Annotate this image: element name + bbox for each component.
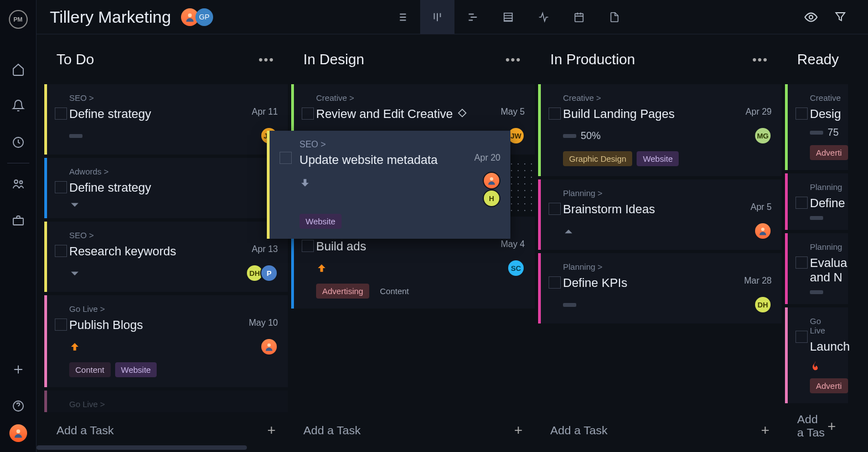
task-avatars: DH <box>757 296 772 314</box>
task-avatars: MG <box>757 127 772 145</box>
dragging-card[interactable]: SEO > Update website metadata Apr 20 H W… <box>267 131 510 239</box>
task-checkbox[interactable] <box>55 245 67 257</box>
add-task-button[interactable]: Add a Task+ <box>538 414 782 446</box>
task-checkbox[interactable] <box>795 256 808 269</box>
task-card[interactable]: Adwords >Define strategy <box>44 158 288 218</box>
task-checkbox[interactable] <box>55 181 67 193</box>
assignee-avatar[interactable]: DH <box>754 296 772 314</box>
assignee-avatar[interactable] <box>754 222 772 240</box>
task-card[interactable]: PlanningEvalua and N <box>785 233 848 304</box>
add-task-button[interactable]: Add a Task+ <box>44 414 288 446</box>
view-calendar-icon[interactable] <box>562 0 596 34</box>
svg-point-11 <box>761 228 764 231</box>
assignee-avatar[interactable] <box>483 172 500 189</box>
task-checkbox[interactable] <box>795 331 808 343</box>
task-card[interactable]: Creative >Build Landing PagesApr 2950%MG… <box>538 84 782 176</box>
nav-bell-icon[interactable] <box>0 88 37 124</box>
task-category: SEO > <box>299 140 500 150</box>
task-category: SEO > <box>69 230 278 240</box>
task-card[interactable]: PlanningDefine <box>785 173 848 230</box>
task-card[interactable]: Go Live >ContractsMay 9 <box>44 391 288 412</box>
nav-clock-icon[interactable] <box>0 124 37 161</box>
task-checkbox[interactable] <box>55 319 67 331</box>
task-checkbox[interactable] <box>549 203 561 215</box>
priority-indicator <box>810 290 823 294</box>
svg-point-10 <box>267 343 271 347</box>
task-category: Adwords > <box>69 167 278 176</box>
task-checkbox[interactable] <box>302 107 314 120</box>
filter-icon[interactable] <box>834 10 847 24</box>
task-date: Apr 11 <box>252 107 278 117</box>
task-card[interactable]: CreativeDesig75Adverti <box>785 84 848 170</box>
nav-help-icon[interactable] <box>0 388 37 424</box>
header-avatars[interactable]: GP <box>184 8 213 26</box>
kanban-board[interactable]: To Do•••SEO >Define strategyApr 11JWAdwo… <box>37 34 868 452</box>
task-category: SEO > <box>69 93 278 102</box>
task-card[interactable]: Go Live >Publish BlogsMay 10ContentWebsi… <box>44 295 288 387</box>
task-avatars <box>757 222 772 240</box>
member-avatar[interactable]: GP <box>195 8 213 26</box>
task-avatars: JW <box>510 127 525 145</box>
project-title: Tillery Marketing <box>50 8 171 27</box>
priority-indicator <box>69 134 82 138</box>
view-board-icon[interactable] <box>420 0 454 34</box>
view-toolbar <box>385 0 632 34</box>
task-tag: Adverti <box>810 378 848 393</box>
column-menu-icon[interactable]: ••• <box>259 53 275 67</box>
nav-team-icon[interactable] <box>0 166 37 202</box>
main-area: Tillery Marketing GP To Do•••SEO >Define… <box>37 0 868 452</box>
task-title: Research keywords <box>69 244 176 259</box>
task-card[interactable]: Go LiveLaunchAdverti <box>785 307 848 403</box>
task-card[interactable]: Planning >Brainstorm IdeasApr 5 <box>538 179 782 250</box>
task-checkbox[interactable] <box>55 107 67 120</box>
nav-home-icon[interactable] <box>0 51 37 88</box>
task-title: Evalua and N <box>810 256 847 285</box>
view-sheet-icon[interactable] <box>491 0 525 34</box>
task-date: Apr 5 <box>751 202 772 212</box>
plus-icon: + <box>514 422 523 439</box>
task-date: May 10 <box>249 318 278 328</box>
task-card[interactable]: Planning >Define KPIsMar 28DH <box>538 253 782 323</box>
task-title: Publish Blogs <box>69 318 143 332</box>
column-title: In Design <box>303 51 364 68</box>
assignee-avatar[interactable]: H <box>483 189 500 207</box>
task-avatars: SC <box>510 259 525 277</box>
view-gantt-icon[interactable] <box>456 0 490 34</box>
column-title: Ready <box>797 51 839 68</box>
assignee-avatar[interactable]: MG <box>754 127 772 145</box>
svg-point-5 <box>16 429 20 433</box>
user-avatar[interactable] <box>9 424 27 442</box>
plus-icon: + <box>828 418 836 435</box>
task-category: Planning <box>810 182 838 192</box>
view-list-icon[interactable] <box>385 0 419 34</box>
task-card[interactable]: SEO >Define strategyApr 11JW <box>44 84 288 155</box>
task-checkbox[interactable] <box>795 107 808 120</box>
assignee-avatar[interactable]: P <box>260 264 278 282</box>
task-checkbox[interactable] <box>549 107 561 120</box>
nav-briefcase-icon[interactable] <box>0 202 37 239</box>
svg-rect-7 <box>504 13 513 21</box>
task-checkbox[interactable] <box>549 276 561 289</box>
assignee-avatar[interactable]: SC <box>507 259 525 277</box>
task-title: Define strategy <box>69 107 151 121</box>
visibility-icon[interactable] <box>804 10 818 24</box>
priority-indicator <box>563 227 574 235</box>
add-task-button[interactable]: Add a Task+ <box>291 414 535 446</box>
assignee-avatar[interactable] <box>260 338 278 356</box>
task-card[interactable]: SEO >Research keywordsApr 13DHP <box>44 222 288 292</box>
priority-indicator <box>563 303 576 307</box>
kanban-column: In Production•••Creative >Build Landing … <box>538 41 782 446</box>
column-menu-icon[interactable]: ••• <box>505 53 521 67</box>
sidebar-separator <box>7 163 29 163</box>
task-checkbox[interactable] <box>302 240 314 252</box>
view-activity-icon[interactable] <box>526 0 561 34</box>
horizontal-scrollbar[interactable] <box>37 445 247 450</box>
view-file-icon[interactable] <box>597 0 632 34</box>
task-checkbox[interactable] <box>280 152 292 164</box>
add-task-button[interactable]: Add a Tas+ <box>785 405 848 447</box>
task-title: Brainstorm Ideas <box>563 202 655 217</box>
nav-add-icon[interactable] <box>0 351 37 388</box>
column-menu-icon[interactable]: ••• <box>752 53 768 67</box>
task-checkbox[interactable] <box>795 197 808 209</box>
app-logo[interactable]: PM <box>9 10 28 29</box>
